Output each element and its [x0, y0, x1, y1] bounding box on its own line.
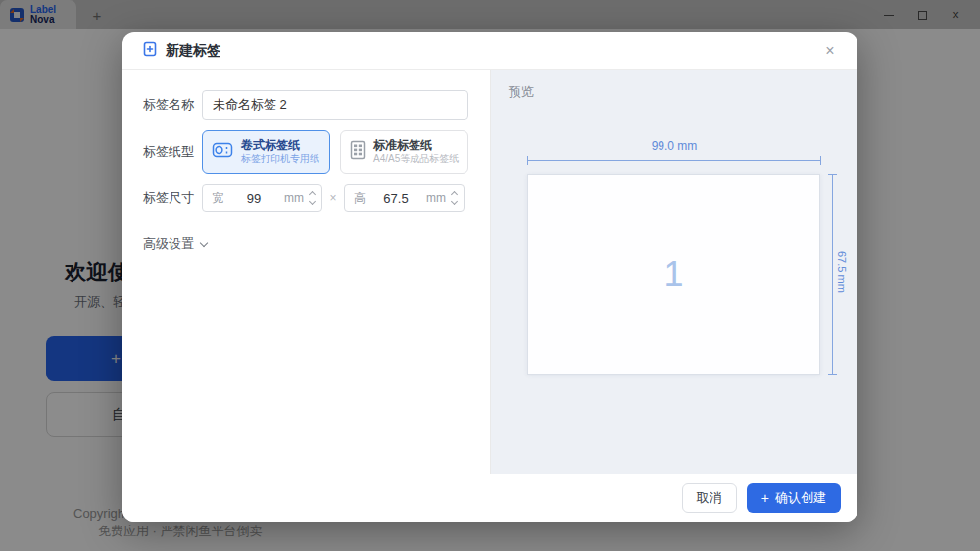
height-dimension-line: [832, 174, 833, 375]
advanced-settings-label: 高级设置: [143, 235, 194, 253]
chevron-down-icon[interactable]: [451, 198, 458, 205]
confirm-create-button[interactable]: + 确认创建: [747, 483, 841, 513]
paper-type-label: 标签纸型: [143, 143, 202, 161]
roll-paper-icon: [211, 139, 234, 165]
dialog-header: 新建标签 ×: [122, 32, 858, 70]
roll-card-title: 卷式标签纸: [241, 138, 319, 152]
paper-type-row: 标签纸型 卷式标签纸 标签打印: [143, 130, 468, 174]
paper-type-standard-card[interactable]: 标准标签纸 A4/A5等成品标签纸: [340, 130, 468, 174]
width-value[interactable]: 99: [223, 191, 284, 206]
preview-title: 预览: [509, 83, 534, 101]
name-row: 标签名称: [143, 90, 468, 120]
width-stepper[interactable]: [309, 190, 316, 206]
standard-card-subtitle: A4/A5等成品标签纸: [373, 152, 459, 166]
standard-card-title: 标准标签纸: [373, 138, 459, 152]
cancel-button[interactable]: 取消: [682, 483, 737, 513]
label-preview: 1: [527, 174, 820, 375]
plus-icon: +: [761, 490, 769, 506]
size-row: 标签尺寸 宽 99 mm × 高 67.5: [143, 184, 468, 212]
label-name-input[interactable]: [202, 90, 468, 120]
width-dimension-line: [527, 160, 821, 161]
advanced-settings-toggle[interactable]: 高级设置: [143, 235, 468, 253]
new-label-dialog: 新建标签 × 标签名称 标签纸型: [122, 32, 858, 522]
dialog-footer: 取消 + 确认创建: [122, 474, 858, 522]
width-prefix: 宽: [212, 190, 223, 207]
height-stepper[interactable]: [451, 190, 458, 206]
size-label: 标签尺寸: [143, 189, 202, 207]
chevron-down-icon[interactable]: [309, 198, 316, 205]
width-input[interactable]: 宽 99 mm: [202, 184, 322, 212]
dialog-body: 标签名称 标签纸型: [122, 70, 858, 474]
height-value[interactable]: 67.5: [366, 191, 426, 206]
label-form: 标签名称 标签纸型: [122, 70, 491, 474]
roll-card-subtitle: 标签打印机专用纸: [241, 152, 319, 166]
new-document-icon: [142, 41, 158, 61]
preview-panel: 预览 99.0 mm 1 67.5 mm: [491, 70, 858, 474]
width-dimension-text: 99.0 mm: [527, 139, 821, 153]
height-prefix: 高: [354, 190, 366, 207]
size-times-separator: ×: [322, 191, 344, 205]
close-dialog-button[interactable]: ×: [818, 39, 842, 63]
confirm-create-label: 确认创建: [775, 489, 826, 507]
height-dimension-text: 67.5 mm: [836, 251, 848, 293]
paper-type-roll-card[interactable]: 卷式标签纸 标签打印机专用纸: [202, 130, 330, 174]
height-input[interactable]: 高 67.5 mm: [344, 184, 465, 212]
height-unit: mm: [426, 191, 446, 205]
dialog-title: 新建标签: [166, 42, 220, 60]
preview-page-number: 1: [663, 254, 683, 295]
sheet-grid-icon: [349, 140, 367, 164]
name-label: 标签名称: [143, 96, 202, 114]
width-unit: mm: [284, 191, 304, 205]
chevron-down-icon: [200, 238, 208, 246]
